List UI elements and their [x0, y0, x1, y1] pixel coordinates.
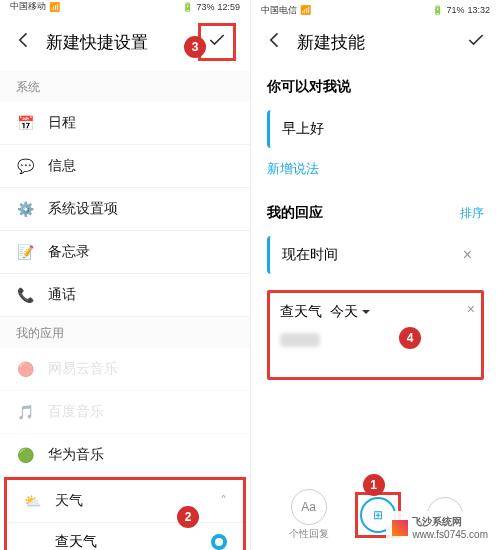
close-icon[interactable]: ×	[467, 301, 475, 317]
watermark-url: www.fs0745.com	[412, 529, 488, 540]
back-icon[interactable]	[14, 30, 34, 54]
say-title: 你可以对我说	[267, 78, 484, 96]
back-icon[interactable]	[265, 30, 285, 54]
row-messages[interactable]: 💬 信息	[0, 145, 250, 188]
page-title: 新建技能	[297, 31, 454, 54]
messages-icon: 💬	[16, 157, 34, 175]
sort-link[interactable]: 排序	[460, 205, 484, 222]
response-title: 我的回应	[267, 204, 323, 222]
huawei-icon: 🟢	[16, 446, 34, 464]
row-netease[interactable]: 🔴 网易云音乐	[0, 348, 250, 391]
watermark-logo-icon	[392, 520, 408, 536]
step-badge-2: 2	[177, 506, 199, 528]
row-weather-check[interactable]: 查天气	[7, 523, 243, 550]
signal-icon: 📶	[300, 5, 311, 15]
header-right: 新建技能	[251, 20, 500, 64]
skill-weather-box: 查天气 今天 × 4	[267, 290, 484, 380]
skill-weather-label: 查天气	[280, 303, 322, 321]
skill-today-dropdown[interactable]: 今天	[330, 303, 371, 321]
row-baidu[interactable]: 🎵 百度音乐	[0, 391, 250, 434]
response-now-text: 现在时间	[282, 246, 463, 264]
add-phrase-link[interactable]: 新增说法	[251, 156, 500, 190]
row-weather[interactable]: ⛅ 天气 ˄	[7, 480, 243, 523]
phone-icon: 📞	[16, 286, 34, 304]
chevron-down-icon	[361, 307, 371, 317]
screen-new-skill: 中国电信📶 🔋71%13:32 新建技能 你可以对我说 早上好 新增说法 我的回…	[250, 0, 500, 550]
radio-selected-icon[interactable]	[211, 534, 227, 550]
phrase-text: 早上好	[282, 120, 472, 138]
carrier: 中国移动	[10, 0, 46, 13]
signal-icon: 📶	[49, 2, 60, 12]
row-settings[interactable]: ⚙️ 系统设置项	[0, 188, 250, 231]
clock: 13:32	[467, 5, 490, 15]
row-phone[interactable]: 📞 通话	[0, 274, 250, 317]
battery-pct: 73%	[196, 2, 214, 12]
blurred-content	[280, 333, 320, 347]
weather-icon: ⛅	[23, 492, 41, 510]
watermark: 飞沙系统网 www.fs0745.com	[386, 511, 494, 544]
response-now-card[interactable]: 现在时间 ×	[267, 236, 484, 274]
step-badge-4: 4	[399, 327, 421, 349]
watermark-name: 飞沙系统网	[412, 515, 488, 529]
page-title: 新建快捷设置	[46, 31, 186, 54]
check-icon	[207, 36, 227, 53]
section-system: 系统	[0, 71, 250, 102]
row-calendar[interactable]: 📅 日程	[0, 102, 250, 145]
battery-icon: 🔋	[432, 5, 443, 15]
header-left: 新建快捷设置	[0, 13, 250, 71]
close-icon[interactable]: ×	[463, 246, 472, 264]
memo-icon: 📝	[16, 243, 34, 261]
statusbar-left: 中国移动📶 🔋73%12:59	[0, 0, 250, 13]
statusbar-right: 中国电信📶 🔋71%13:32	[251, 0, 500, 20]
battery-pct: 71%	[446, 5, 464, 15]
screen-shortcut-settings: 中国移动📶 🔋73%12:59 新建快捷设置 3 系统 📅 日程 💬	[0, 0, 250, 550]
calendar-icon: 📅	[16, 114, 34, 132]
battery-icon: 🔋	[182, 2, 193, 12]
tab-personal-reply[interactable]: Aa 个性回复	[289, 489, 329, 541]
step-badge-1: 1	[363, 474, 385, 496]
row-huawei[interactable]: 🟢 华为音乐	[0, 434, 250, 477]
section-myapps: 我的应用	[0, 317, 250, 348]
netease-icon: 🔴	[16, 360, 34, 378]
baidu-icon: 🎵	[16, 403, 34, 421]
step-badge-3: 3	[184, 36, 206, 58]
chevron-up-icon: ˄	[220, 493, 227, 509]
gear-icon: ⚙️	[16, 200, 34, 218]
carrier: 中国电信	[261, 4, 297, 17]
clock: 12:59	[217, 2, 240, 12]
phrase-card[interactable]: 早上好	[267, 110, 484, 148]
row-memo[interactable]: 📝 备忘录	[0, 231, 250, 274]
aa-icon: Aa	[291, 489, 327, 525]
confirm-button[interactable]	[466, 30, 486, 54]
